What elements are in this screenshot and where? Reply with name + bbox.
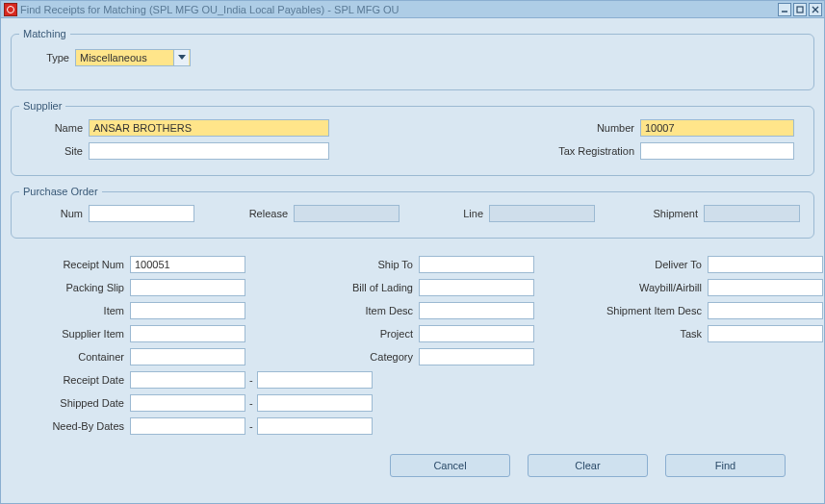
button-row: Cancel Clear Find	[11, 448, 814, 477]
shipped-date-from-input[interactable]	[130, 394, 245, 412]
needby-date-label: Need-By Dates	[24, 420, 130, 432]
needby-date-from-input[interactable]	[130, 417, 245, 435]
window-controls	[778, 3, 822, 16]
dash-text: -	[245, 420, 257, 432]
item-desc-label: Item Desc	[284, 305, 419, 316]
svg-marker-4	[178, 55, 186, 60]
find-button[interactable]: Find	[665, 454, 786, 477]
name-input[interactable]	[89, 119, 329, 137]
type-select-value: Miscellaneous	[80, 52, 147, 63]
task-label: Task	[573, 328, 708, 340]
po-shipment-label: Shipment	[636, 208, 704, 219]
maximize-button[interactable]	[793, 3, 807, 16]
type-select[interactable]: Miscellaneous	[75, 49, 191, 66]
container-input[interactable]	[130, 348, 245, 365]
number-input[interactable]	[640, 119, 794, 137]
receipt-num-label: Receipt Num	[24, 259, 130, 270]
close-button[interactable]	[809, 3, 822, 16]
item-input[interactable]	[130, 302, 245, 319]
matching-group: Matching Type Miscellaneous	[11, 28, 814, 90]
site-input[interactable]	[89, 142, 329, 160]
bol-input[interactable]	[419, 279, 534, 296]
needby-date-to-input[interactable]	[257, 417, 373, 435]
supplier-group: Supplier Name Number Site Tax Registrati…	[11, 100, 814, 176]
po-line-input[interactable]	[489, 205, 595, 222]
ship-to-label: Ship To	[284, 259, 419, 270]
bol-label: Bill of Lading	[284, 282, 419, 293]
number-label: Number	[525, 122, 640, 134]
site-label: Site	[21, 145, 89, 157]
receipt-date-to-input[interactable]	[257, 371, 373, 389]
project-input[interactable]	[419, 325, 534, 342]
packing-slip-label: Packing Slip	[24, 282, 130, 293]
supplier-item-label: Supplier Item	[24, 328, 130, 340]
po-legend: Purchase Order	[19, 186, 102, 197]
minimize-button[interactable]	[778, 3, 791, 16]
ship-item-desc-label: Shipment Item Desc	[573, 305, 708, 316]
dash-text: -	[245, 374, 257, 386]
item-desc-input[interactable]	[419, 302, 534, 319]
po-release-input[interactable]	[294, 205, 400, 222]
waybill-input[interactable]	[708, 279, 823, 296]
po-shipment-input[interactable]	[704, 205, 800, 222]
po-num-input[interactable]	[89, 205, 194, 222]
item-label: Item	[24, 305, 130, 316]
matching-legend: Matching	[19, 28, 70, 39]
ship-to-input[interactable]	[419, 256, 534, 273]
type-label: Type	[29, 52, 75, 63]
po-group: Purchase Order Num Release Line Shipment	[11, 186, 814, 239]
category-input[interactable]	[419, 348, 534, 365]
deliver-to-input[interactable]	[708, 256, 823, 273]
receipt-date-from-input[interactable]	[130, 371, 245, 389]
po-release-label: Release	[236, 208, 294, 219]
window: Find Receipts for Matching (SPL MFG OU_I…	[0, 0, 825, 504]
oracle-icon	[4, 3, 17, 16]
supplier-legend: Supplier	[19, 100, 65, 112]
ship-item-desc-input[interactable]	[708, 302, 823, 319]
content: Matching Type Miscellaneous Supplier Nam…	[1, 18, 824, 483]
clear-button[interactable]: Clear	[528, 454, 648, 477]
tax-input[interactable]	[640, 142, 794, 160]
supplier-item-input[interactable]	[130, 325, 245, 342]
name-label: Name	[21, 122, 89, 134]
po-num-label: Num	[21, 208, 89, 219]
category-label: Category	[284, 351, 419, 363]
task-input[interactable]	[708, 325, 823, 342]
svg-rect-1	[797, 7, 803, 13]
tax-label: Tax Registration	[525, 145, 640, 157]
receipt-num-input[interactable]	[130, 256, 245, 273]
window-title: Find Receipts for Matching (SPL MFG OU_I…	[20, 4, 778, 15]
cancel-button[interactable]: Cancel	[390, 454, 510, 477]
chevron-down-icon	[173, 50, 189, 65]
po-line-label: Line	[441, 208, 489, 219]
container-label: Container	[24, 351, 130, 363]
packing-slip-input[interactable]	[130, 279, 245, 296]
deliver-to-label: Deliver To	[573, 259, 708, 270]
dash-text: -	[245, 397, 257, 409]
receipt-date-label: Receipt Date	[24, 374, 130, 386]
shipped-date-to-input[interactable]	[257, 394, 373, 412]
details-grid: Receipt Num Ship To Deliver To Packing S…	[11, 248, 814, 448]
project-label: Project	[284, 328, 419, 340]
shipped-date-label: Shipped Date	[24, 397, 130, 409]
titlebar: Find Receipts for Matching (SPL MFG OU_I…	[1, 1, 824, 18]
waybill-label: Waybill/Airbill	[573, 282, 708, 293]
